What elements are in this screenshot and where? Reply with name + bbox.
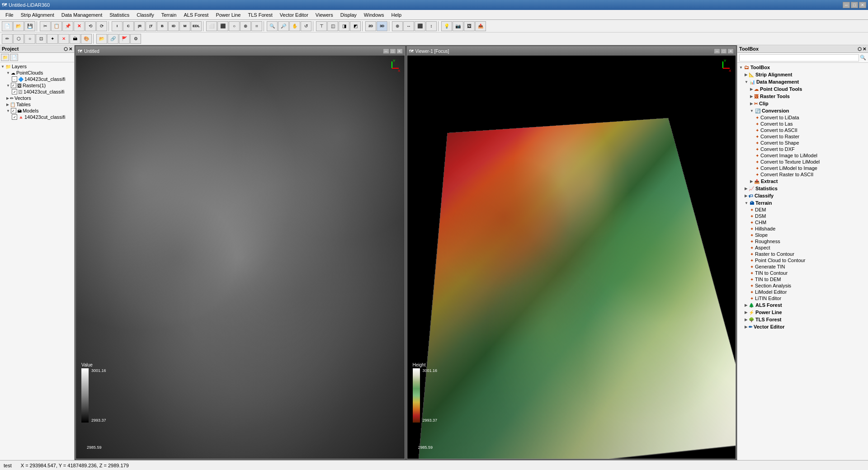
proj-add-folder[interactable]: 📁 [1,54,9,61]
tb2-link[interactable]: 🔗 [108,34,118,44]
tb-delete[interactable]: ✕ [74,21,85,31]
window-controls[interactable]: ─ □ ✕ [843,2,866,8]
tb-item-limodel-editor[interactable]: ✦ LiModel Editor [748,289,868,295]
proj-add-file[interactable]: 📄 [10,54,18,61]
tb-item-section-analysis[interactable]: ✦ Section Analysis [748,282,868,289]
tb-cut[interactable]: ✂ [40,21,51,31]
tree-item-rasters[interactable]: ▼ 🖼 Rasters(1) [6,82,73,89]
tb-measure-dist[interactable]: ↔ [403,21,414,31]
tb-rect-select[interactable]: ⬜ [206,21,217,31]
tb-crosshair[interactable]: ⊕ [392,21,403,31]
viewer-left-maximize[interactable]: □ [390,48,396,54]
tb-item-convert-limodel-image[interactable]: ✦ Convert LiModel to Image [754,165,868,171]
viewer-right-maximize[interactable]: □ [721,48,727,54]
maximize-button[interactable]: □ [851,2,858,8]
tb-item-tin-dem[interactable]: ✦ TIN to DEM [748,276,868,282]
tb2-eraser[interactable]: ✕ [58,34,69,44]
tb-section-conversion[interactable]: ▼ 🔄 Conversion [748,107,868,114]
close-button[interactable]: ✕ [859,2,866,8]
menu-viewers[interactable]: Viewers [312,11,337,19]
tree-item-vectors[interactable]: ▶ ✏ Vectors [6,95,73,101]
viewer-left-content[interactable]: Y X Value 3001.16 2993.37 2985.59 [76,56,405,459]
tb2-magic[interactable]: ✦ [47,34,58,44]
tb-3d[interactable]: 3D [377,21,387,31]
tb-pick[interactable]: ⊕ [240,21,251,31]
tb-item-raster-contour[interactable]: ✦ Raster to Contour [748,251,868,257]
menu-statistics[interactable]: Statistics [106,11,133,19]
tb-item-pc-contour[interactable]: ✦ Point Cloud to Contour [748,257,868,263]
menu-als-forest[interactable]: ALS Forest [180,11,212,19]
tb-item-convert-raster-ascii[interactable]: ✦ Convert Raster to ASCII [754,171,868,178]
project-close-button[interactable]: ✕ [69,47,72,52]
tree-item-models[interactable]: ▼ 🏔 Models [6,108,73,114]
tb-view-side[interactable]: ◨ [339,21,349,31]
tb-classify[interactable]: C [123,21,134,31]
tb-section-data-management[interactable]: ▼ 📊 Data Management [743,78,868,85]
tb-export[interactable]: 📤 [475,21,486,31]
tree-item-model-file[interactable]: 🔺 140423cut_classifi [12,114,73,120]
tree-item-pc-file[interactable]: – 🔷 140423cut_classifi [12,76,73,82]
tb-item-aspect[interactable]: ✦ Aspect [748,244,868,251]
tb-zoom-out[interactable]: 🔎 [278,21,289,31]
tb-circle-select[interactable]: ○ [229,21,240,31]
tb2-select[interactable]: ⊡ [36,34,47,44]
menu-tls-forest[interactable]: TLS Forest [244,11,276,19]
tree-item-tables[interactable]: ▶ 📋 Tables [6,101,73,108]
tb2-circle[interactable]: ○ [24,34,35,44]
tb2-open-file[interactable]: 📂 [96,34,107,44]
menu-power-line[interactable]: Power Line [212,11,244,19]
tb2-pencil[interactable]: ✏ [2,34,13,44]
tb-rotate[interactable]: ↺ [301,21,311,31]
tb-screenshot[interactable]: 🖼 [464,21,475,31]
tb-paste[interactable]: 📌 [62,21,73,31]
tb-view-front[interactable]: ◫ [327,21,338,31]
tb-measure-height[interactable]: ↕ [426,21,437,31]
tb-section-tls-forest[interactable]: ▶ 🌳 TLS Forest [743,316,868,323]
tb-view-3d[interactable]: ◩ [350,21,361,31]
tb-item-dsm[interactable]: ✦ DSM [748,213,868,219]
minimize-button[interactable]: ─ [843,2,850,8]
toolbox-float-button[interactable]: ⬡ [858,47,862,52]
tb2-terrain-icon[interactable]: 🏔 [70,34,80,44]
tb-item-convert-dxf[interactable]: ✦ Convert to DXF [754,146,868,152]
menu-windows[interactable]: Windows [360,11,388,19]
tb-item-hillshade[interactable]: ✦ Hillshade [748,226,868,232]
tb-section-strip-alignment[interactable]: ▶ 📐 Strip Alignment [743,71,868,78]
tb-id[interactable]: ID [168,21,179,31]
tb-item-convert-shape[interactable]: ✦ Convert to Shape [754,140,868,146]
tree-item-raster-file[interactable]: 🖼 140423cut_classifi [12,89,73,95]
menu-help[interactable]: Help [387,11,405,19]
tree-item-pointclouds[interactable]: ▼ ☁ PointClouds [6,70,73,76]
tb-section-als-forest[interactable]: ▶ 🌲 ALS Forest [743,301,868,309]
toolbox-search-icon[interactable]: 🔍 [860,55,866,61]
tb-section-point-cloud-tools[interactable]: ▶ ☁ Point Cloud Tools [748,85,868,93]
tb-section-toolbox[interactable]: ▼ 🗂 ToolBox [737,64,868,71]
tb-item-tin-contour[interactable]: ✦ TIN to Contour [748,270,868,276]
tb-item-litin-editor[interactable]: ✦ LiTIN Editor [748,295,868,301]
tb-edl[interactable]: EDL [191,21,202,31]
tb-undo[interactable]: ⟲ [85,21,96,31]
tb-item-dem[interactable]: ✦ DEM [748,207,868,213]
tb-redo[interactable]: ⟳ [96,21,107,31]
menu-vector-editor[interactable]: Vector Editor [276,11,312,19]
tb-item-convert-las[interactable]: ✦ Convert to Las [754,121,868,127]
menu-strip-alignment[interactable]: Strip Alignment [17,11,58,19]
tb-section-vector-editor[interactable]: ▶ ✏ Vector Editor [743,323,868,330]
menu-terrain[interactable]: Terrain [158,11,180,19]
tb-measure-area[interactable]: ⬛ [415,21,425,31]
tb-t[interactable]: |T [146,21,156,31]
menu-display[interactable]: Display [337,11,360,19]
viewer-left-controls[interactable]: ─ □ ✕ [383,48,403,54]
tb-section-statistics[interactable]: ▶ 📈 Statistics [743,185,868,192]
tb-view-top[interactable]: ⊤ [316,21,327,31]
tb-b[interactable]: B [157,21,168,31]
tb-item-convert-ascii[interactable]: ✦ Convert to ASCII [754,127,868,133]
tb-open[interactable]: 📂 [13,21,24,31]
viewer-right-close[interactable]: ✕ [727,48,734,54]
tb-section-clip[interactable]: ▶ ✂ Clip [748,100,868,107]
tb-lasso[interactable]: ⌗ [251,21,262,31]
tb-item-convert-lidata[interactable]: ✦ Convert to LiData [754,114,868,121]
tb-item-generate-tin[interactable]: ✦ Generate TIN [748,263,868,270]
viewer-right-content[interactable]: Y X Height [407,56,736,459]
tree-item-layers[interactable]: ▼ 📁 Layers [1,63,73,70]
